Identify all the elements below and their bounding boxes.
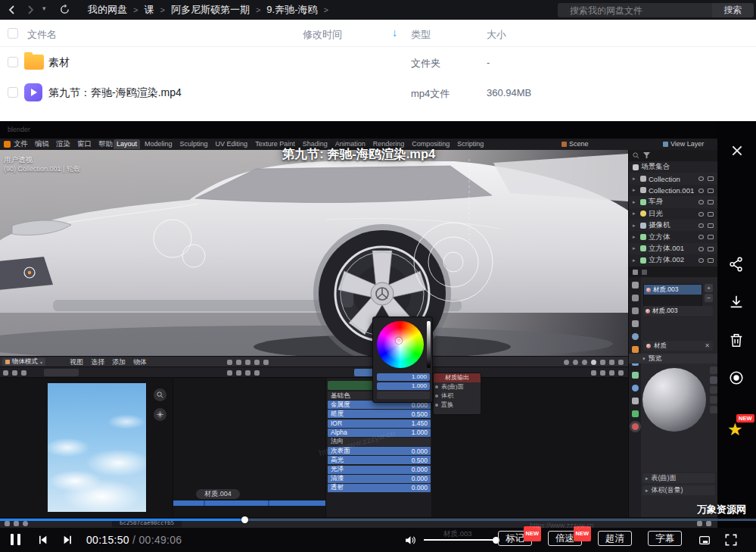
mesh-icon [640,245,646,251]
volume-slider[interactable] [424,539,496,541]
eye-icon [698,247,704,251]
share-icon[interactable] [728,256,745,273]
remove-slot-button: − [705,294,713,302]
download-icon[interactable] [728,294,745,310]
tool-icon [21,370,26,376]
mark-button[interactable]: 标记 NEW [498,531,532,546]
search-input[interactable] [558,3,712,17]
subtitle-button-label: 字幕 [655,533,674,544]
subtitle-button[interactable]: 字幕 [648,531,682,546]
seek-handle[interactable] [241,516,248,523]
forward-icon[interactable] [24,4,36,16]
collection-icon [640,176,646,182]
breadcrumb: 我的网盘 > 课 > 阿多尼斯硕第一期 > 9.奔驰-海鸥 > [88,0,328,20]
video-player-surface[interactable]: blender 文件 编辑 渲染 窗口 帮助 Layout Modeling S… [0,121,717,528]
seek-bar[interactable] [0,519,756,521]
outliner-label: Collection [649,175,680,183]
menu-view: 视图 [70,357,83,367]
breadcrumb-item[interactable]: 我的网盘 [88,3,127,17]
bsdf-label: 清漆 [331,474,344,483]
outliner-label: 摄像机 [649,220,670,230]
editor-icons [3,370,26,376]
outliner-row: ▸ Collection [629,173,717,184]
column-type[interactable]: 类型 [411,28,431,42]
sort-desc-icon[interactable]: ↓ [392,27,397,39]
file-name[interactable]: 第九节：奔驰-海鸥渲染.mp4 [48,86,182,100]
breadcrumb-separator: > [256,5,260,14]
time-total: 00:49:06 [139,534,182,546]
row-checkbox[interactable] [8,87,18,98]
breadcrumb-icon [642,270,647,275]
eye-icon [698,258,704,263]
record-icon[interactable] [728,370,745,386]
editor-type-icon [633,270,638,275]
preview-hair-icon [710,396,717,404]
outliner-label: 立方体 [649,232,670,242]
blender-window-title: blender [8,126,30,133]
refresh-icon[interactable] [59,4,70,15]
zoom-icon [154,388,166,401]
delete-icon[interactable] [728,332,745,348]
proportional-icon [236,370,241,376]
search-button[interactable]: 搜索 [712,3,754,17]
file-name[interactable]: 素材 [48,56,70,70]
column-modified[interactable]: 修改时间 [303,28,342,42]
speed-button[interactable]: 倍速 NEW [548,531,582,546]
next-icon[interactable] [62,534,74,546]
star-icon[interactable]: ★ [727,421,743,438]
camera-visibility-icon [708,258,714,263]
watermark-url: https://www.zzzyw.cn [530,522,594,529]
xray-icon [618,360,624,365]
outliner-label: 车身 [649,197,663,207]
caret-down-icon: ▾ [642,356,646,362]
constraints-tab-icon [632,398,639,404]
node-socket-row: 体积 [434,391,481,401]
bsdf-label: Alpha [331,429,347,436]
bsdf-value: 0.500 [412,410,428,418]
particles-tab-icon [632,372,639,379]
history-caret-icon[interactable]: ▾ [42,5,46,12]
watermark-sitename: 万象资源网 [697,503,746,516]
speed-button-label: 倍速 [555,533,574,544]
previous-icon[interactable] [36,534,48,546]
shading-icon [573,360,578,365]
editor-header-2 [0,366,628,377]
bsdf-label: 基础色 [331,391,350,401]
theater-mode-icon[interactable] [698,534,711,547]
preview-section-label: 预览 [649,354,662,363]
caret-right-icon: ▸ [633,257,638,264]
mesh-icon [640,257,646,264]
volume-icon[interactable] [404,534,417,547]
back-icon[interactable] [6,4,18,16]
node-socket-row: 置换 [434,401,481,410]
breadcrumb-item[interactable]: 课 [144,3,154,17]
table-row[interactable]: 第九节：奔驰-海鸥渲染.mp4 mp4文件 360.94MB [0,77,756,108]
column-filename[interactable]: 文件名 [27,28,57,42]
outliner-row: ▸ Collection.001 [629,185,717,196]
dropdown-chip [44,369,79,376]
fullscreen-icon[interactable] [723,532,739,547]
outliner-label: 日光 [649,209,663,219]
output-tab-icon [632,295,639,301]
quality-button-label: 超清 [605,533,624,544]
column-size[interactable]: 大小 [487,28,506,42]
viewport-collection-label: (90) Collection.001 | 轮毂 [4,164,80,174]
netdisk-video-page: ▾ 我的网盘 > 课 > 阿多尼斯硕第一期 > 9.奔驰-海鸥 > 搜索 文件名… [0,0,756,552]
object-tab-icon [632,346,639,353]
menu-object: 物体 [133,357,147,367]
select-all-checkbox[interactable] [8,28,18,39]
bsdf-row: 高光0.500 [328,456,431,464]
breadcrumb-item[interactable]: 阿多尼斯硕第一期 [171,3,250,17]
preview-cube-icon [710,386,717,394]
table-row[interactable]: 素材 文件夹 - [0,47,756,77]
breadcrumb-item[interactable]: 9.奔驰-海鸥 [266,3,317,17]
outliner-row: ▸ 立方体.002 [629,254,717,266]
caret-right-icon: ▸ [633,187,638,193]
file-type: mp4文件 [411,87,450,101]
search-box [558,3,712,17]
outliner-row: 场景集合 [629,161,717,173]
row-checkbox[interactable] [8,57,18,67]
quality-button[interactable]: 超清 [598,531,632,546]
close-icon[interactable] [731,145,743,157]
pause-icon[interactable] [11,534,20,545]
